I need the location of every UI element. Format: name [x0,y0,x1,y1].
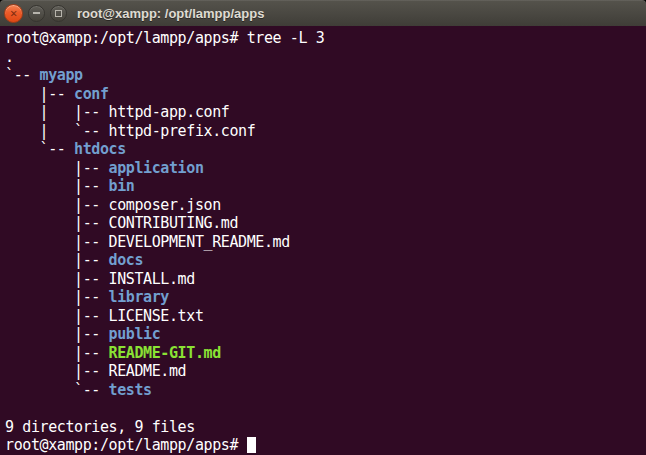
terminal-line: root@xampp:/opt/lampp/apps# tree -L 3 [5,29,646,48]
terminal-line: |-- README.md [5,362,646,381]
maximize-button[interactable] [50,5,67,22]
terminal-cursor [247,437,256,453]
terminal-line: |-- composer.json [5,196,646,215]
terminal-line: |-- INSTALL.md [5,270,646,289]
terminal-line: `-- tests [5,381,646,400]
terminal-line: | `-- httpd-prefix.conf [5,122,646,141]
window-titlebar[interactable]: ✕ root@xampp: /opt/lampp/apps [0,0,646,26]
window-title: root@xampp: /opt/lampp/apps [77,6,264,21]
terminal-line [5,399,646,418]
close-button[interactable]: ✕ [4,4,23,23]
terminal-body[interactable]: root@xampp:/opt/lampp/apps# tree -L 3.`-… [0,26,646,455]
close-icon: ✕ [10,7,17,19]
terminal-output: root@xampp:/opt/lampp/apps# tree -L 3.`-… [5,29,646,455]
terminal-line: |-- conf [5,85,646,104]
terminal-line: root@xampp:/opt/lampp/apps# [5,436,646,455]
minimize-icon [33,12,40,14]
terminal-line: |-- application [5,159,646,178]
terminal-line: |-- DEVELOPMENT_README.md [5,233,646,252]
terminal-line: |-- library [5,288,646,307]
terminal-line: `-- htdocs [5,140,646,159]
terminal-window: ✕ root@xampp: /opt/lampp/apps root@xampp… [0,0,646,455]
terminal-line: |-- bin [5,177,646,196]
terminal-line: |-- README-GIT.md [5,344,646,363]
terminal-line: |-- public [5,325,646,344]
terminal-line: |-- CONTRIBUTING.md [5,214,646,233]
terminal-line: |-- LICENSE.txt [5,307,646,326]
terminal-line: | |-- httpd-app.conf [5,103,646,122]
maximize-icon [55,10,62,17]
terminal-line: `-- myapp [5,66,646,85]
minimize-button[interactable] [28,5,45,22]
terminal-line: . [5,48,646,67]
terminal-line: |-- docs [5,251,646,270]
terminal-line: 9 directories, 9 files [5,418,646,437]
